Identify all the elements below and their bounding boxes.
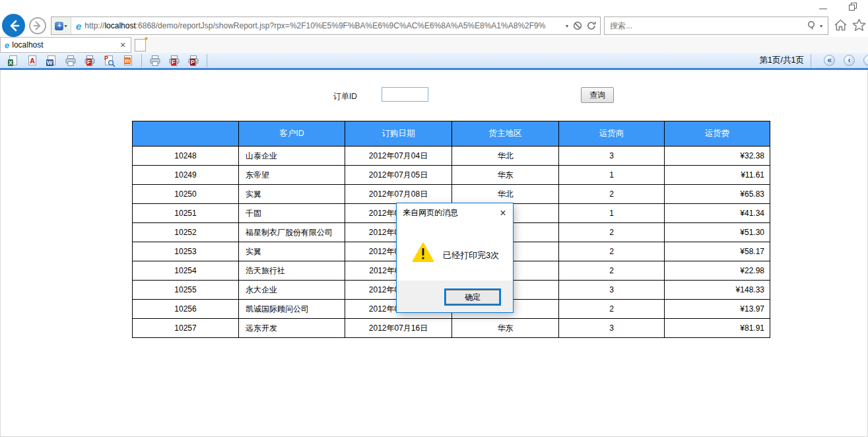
search-input[interactable]	[605, 21, 807, 30]
address-bar[interactable]: + ▾ e http://localhost:6868/demo/reportJ…	[51, 17, 601, 35]
server-print-icon[interactable]	[149, 55, 161, 67]
table-cell: 华东	[452, 319, 559, 338]
applet-print-icon[interactable]: P	[187, 55, 199, 67]
table-cell: 3	[559, 281, 665, 300]
table-cell: 千固	[239, 204, 345, 223]
stop-icon[interactable]	[573, 21, 582, 30]
table-cell: 10252	[133, 223, 239, 242]
printer-shape	[65, 55, 77, 67]
first-page-button[interactable]: «	[824, 55, 835, 66]
shield-plus-icon: +	[55, 22, 63, 30]
tab-close-icon[interactable]: ×	[115, 40, 131, 50]
table-cell: 2	[559, 185, 665, 204]
print-preview-icon[interactable]: P	[103, 55, 115, 67]
dialog-title: 来自网页的消息	[397, 207, 493, 218]
table-cell: 2012年07月05日	[345, 166, 452, 185]
dialog-footer: 确定	[397, 281, 513, 312]
tab-localhost[interactable]: e localhost ×	[0, 37, 131, 53]
report-table-head-row: 客户ID订购日期货主地区运货商运货费	[133, 121, 770, 147]
ie-favicon: e	[71, 20, 84, 32]
restore-icon	[849, 5, 855, 11]
table-cell: 华北	[452, 185, 559, 204]
refresh-icon[interactable]	[587, 21, 596, 30]
print-icon[interactable]	[65, 55, 77, 67]
order-id-input[interactable]	[382, 87, 428, 102]
report-toolbar: X A W F P m	[0, 53, 868, 70]
table-cell: 山泰企业	[239, 147, 345, 166]
zone-icon[interactable]: + ▾	[51, 17, 71, 34]
webpage-message-dialog: 来自网页的消息 × 已经打印完3次 确定	[396, 203, 514, 313]
warning-icon	[412, 242, 434, 263]
toolbar-separator	[141, 54, 142, 67]
query-button[interactable]: 查询	[581, 87, 614, 103]
window-titlebar	[0, 0, 868, 13]
table-cell: 10256	[133, 300, 239, 319]
word-badge: W	[46, 59, 53, 66]
url-scheme: http://	[84, 21, 104, 30]
tab-title: localhost	[12, 40, 115, 50]
table-cell: 凯诚国际顾问公司	[239, 300, 345, 319]
minimize-button[interactable]	[819, 9, 827, 9]
forward-button[interactable]	[29, 17, 46, 34]
order-id-label: 订单ID	[333, 91, 357, 102]
table-cell: 华东	[452, 166, 559, 185]
url-text: http://localhost:6868/demo/reportJsp/sho…	[84, 21, 563, 30]
search-dropdown-icon[interactable]: ▾	[820, 23, 822, 29]
applet-badge: P	[190, 59, 195, 65]
address-controls: ▾	[563, 21, 600, 30]
table-cell: ¥65.83	[665, 185, 770, 204]
table-cell: 3	[559, 319, 665, 338]
restore-button[interactable]	[849, 3, 857, 11]
table-cell: 2	[559, 300, 665, 319]
table-cell: 1	[559, 204, 665, 223]
prev-page-button[interactable]: ‹	[844, 55, 855, 66]
ok-button[interactable]: 确定	[444, 288, 501, 306]
back-button[interactable]	[2, 14, 25, 37]
favorites-button[interactable]	[851, 18, 867, 35]
table-row: 10257远东开发2012年07月16日华东3¥81.91	[133, 319, 770, 338]
column-header	[133, 121, 239, 147]
table-row: 10248山泰企业2012年07月04日华北3¥32.38	[133, 147, 770, 166]
flash-print-icon[interactable]: F	[84, 55, 96, 67]
table-cell: 2	[559, 261, 665, 281]
table-cell: ¥22.98	[665, 261, 770, 281]
table-cell: 实翼	[239, 242, 345, 261]
dialog-titlebar: 来自网页的消息 ×	[397, 203, 513, 222]
pdf-export-icon[interactable]: A	[26, 55, 38, 67]
flash-print-icon-2[interactable]: F	[168, 55, 180, 67]
column-header: 货主地区	[452, 121, 559, 147]
home-button[interactable]	[833, 18, 848, 35]
table-cell: ¥58.17	[665, 242, 770, 261]
search-icon[interactable]	[807, 20, 817, 31]
table-cell: ¥32.38	[665, 147, 770, 166]
table-cell: 2012年07月16日	[345, 319, 452, 338]
table-row: 10250实翼2012年07月08日华北2¥65.83	[133, 185, 770, 204]
table-cell: ¥148.33	[665, 281, 770, 300]
search-box: ▾	[604, 17, 828, 35]
new-tab-button[interactable]: *	[135, 39, 146, 51]
dialog-close-icon[interactable]: ×	[493, 207, 513, 219]
word-export-icon[interactable]: W	[46, 55, 57, 67]
magnifier-icon	[108, 59, 116, 67]
table-cell: 10250	[133, 185, 239, 204]
table-cell: 10253	[133, 242, 239, 261]
next-page-button[interactable]: ‹	[863, 55, 868, 66]
home-icon	[833, 18, 848, 32]
url-path: :6868/demo/reportJsp/showReport.jsp?rpx=…	[136, 21, 546, 30]
mht-export-icon[interactable]: m	[122, 55, 134, 67]
tab-bar: e localhost × *	[0, 37, 868, 53]
mht-badge: m	[124, 57, 131, 64]
excel-export-icon[interactable]: X	[7, 55, 19, 67]
dialog-message: 已经打印完3次	[443, 250, 499, 261]
flash-badge: F	[86, 59, 92, 65]
table-cell: 10251	[133, 204, 239, 223]
star-icon	[851, 18, 867, 32]
table-cell: 远东开发	[239, 319, 345, 338]
address-dropdown-icon[interactable]: ▾	[566, 23, 568, 29]
table-cell: 2012年07月04日	[345, 147, 452, 166]
table-cell: ¥51.30	[665, 223, 770, 242]
column-header: 订购日期	[345, 121, 452, 147]
url-host: localhost	[104, 21, 135, 30]
table-cell: 2	[559, 223, 665, 242]
screen: { "browser": { "address": { "scheme": "h…	[0, 0, 868, 437]
